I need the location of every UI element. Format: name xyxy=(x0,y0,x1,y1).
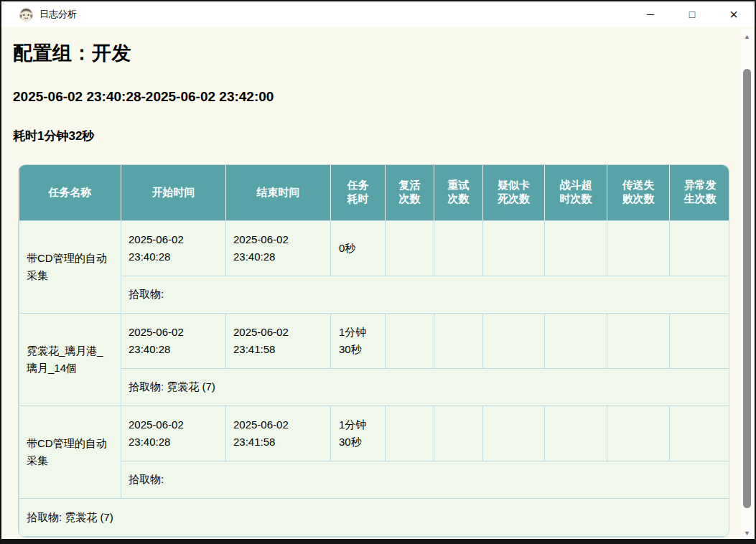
header-retry-count: 重试 次数 xyxy=(434,165,483,220)
pickup-cell: 拾取物: xyxy=(121,461,730,498)
table-row: 带CD管理的自动采集 2025-06-02 23:40:28 2025-06-0… xyxy=(19,405,730,461)
log-table: 任务名称 开始时间 结束时间 任务 耗时 复活 次数 重试 次数 疑似卡 死次数… xyxy=(19,165,729,537)
stuck-count-cell xyxy=(483,220,545,276)
header-duration: 任务 耗时 xyxy=(331,165,386,220)
end-time-cell: 2025-06-02 23:41:58 xyxy=(226,405,331,461)
table-row: 带CD管理的自动采集 2025-06-02 23:40:28 2025-06-0… xyxy=(19,220,730,276)
maximize-icon: □ xyxy=(689,9,695,20)
pickup-row: 拾取物: xyxy=(19,461,730,498)
app-window: 日志分析 ─ □ × 配置组：开发 2025-06-02 23:40:28-20… xyxy=(0,0,756,544)
close-icon: × xyxy=(729,6,738,23)
vertical-scrollbar[interactable]: ▲ ▼ xyxy=(741,29,753,539)
scroll-down-icon: ▼ xyxy=(744,530,750,537)
duration-cell: 1分钟30秒 xyxy=(331,313,386,368)
app-icon xyxy=(19,7,34,22)
stuck-count-cell xyxy=(483,313,545,368)
start-time-cell: 2025-06-02 23:40:28 xyxy=(121,220,226,276)
pickup-cell: 拾取物: 霓裳花 (7) xyxy=(121,368,730,405)
header-revive-count: 复活 次数 xyxy=(386,165,434,220)
stuck-count-cell xyxy=(483,405,545,461)
start-time-cell: 2025-06-02 23:40:28 xyxy=(121,313,226,368)
maximize-button[interactable]: □ xyxy=(671,1,713,27)
scroll-up-button[interactable]: ▲ xyxy=(741,30,753,42)
battle-timeout-cell xyxy=(545,313,607,368)
header-stuck-count: 疑似卡 死次数 xyxy=(483,165,545,220)
pickup-cell: 拾取物: xyxy=(121,276,730,313)
battle-timeout-cell xyxy=(545,220,607,276)
task-name-cell: 霓裳花_璃月港_璃月_14個 xyxy=(19,313,121,405)
task-name-cell: 带CD管理的自动采集 xyxy=(19,405,121,498)
main-content: 配置组：开发 2025-06-02 23:40:28-2025-06-02 23… xyxy=(3,29,741,539)
pickup-row: 拾取物: 霓裳花 (7) xyxy=(19,368,730,405)
scroll-down-button[interactable]: ▼ xyxy=(741,527,753,539)
header-start-time: 开始时间 xyxy=(121,165,226,220)
duration-cell: 1分钟30秒 xyxy=(331,405,386,461)
teleport-fail-cell xyxy=(607,313,670,368)
revive-count-cell xyxy=(386,220,434,276)
pickup-row: 拾取物: xyxy=(19,276,730,313)
log-table-container: 任务名称 开始时间 结束时间 任务 耗时 复活 次数 重试 次数 疑似卡 死次数… xyxy=(18,164,729,538)
header-exception-count: 异常发 生次数 xyxy=(670,165,730,220)
window-bottom-edge xyxy=(1,539,755,544)
table-header-row: 任务名称 开始时间 结束时间 任务 耗时 复活 次数 重试 次数 疑似卡 死次数… xyxy=(19,165,730,220)
close-button[interactable]: × xyxy=(713,1,755,27)
exception-count-cell xyxy=(670,313,730,368)
header-end-time: 结束时间 xyxy=(226,165,331,220)
table-row: 霓裳花_璃月港_璃月_14個 2025-06-02 23:40:28 2025-… xyxy=(19,313,730,368)
header-task-name: 任务名称 xyxy=(19,165,121,220)
start-time-cell: 2025-06-02 23:40:28 xyxy=(121,405,226,461)
time-range-heading: 2025-06-02 23:40:28-2025-06-02 23:42:00 xyxy=(13,89,741,105)
elapsed-heading: 耗时1分钟32秒 xyxy=(13,128,741,144)
duration-cell: 0秒 xyxy=(331,220,386,276)
header-battle-timeout-count: 战斗超 时次数 xyxy=(545,165,607,220)
minimize-button[interactable]: ─ xyxy=(630,1,671,27)
revive-count-cell xyxy=(386,313,434,368)
teleport-fail-cell xyxy=(607,220,670,276)
end-time-cell: 2025-06-02 23:41:58 xyxy=(226,313,331,368)
retry-count-cell xyxy=(434,405,483,461)
end-time-cell: 2025-06-02 23:40:28 xyxy=(226,220,331,276)
exception-count-cell xyxy=(670,405,730,461)
minimize-icon: ─ xyxy=(647,9,654,20)
content-area: 配置组：开发 2025-06-02 23:40:28-2025-06-02 23… xyxy=(3,29,753,539)
footer-pickup-row: 拾取物: 霓裳花 (7) xyxy=(19,498,730,536)
exception-count-cell xyxy=(670,220,730,276)
teleport-fail-cell xyxy=(607,405,670,461)
battle-timeout-cell xyxy=(545,405,607,461)
retry-count-cell xyxy=(434,220,483,276)
revive-count-cell xyxy=(386,405,434,461)
window-controls: ─ □ × xyxy=(630,1,755,27)
scroll-up-icon: ▲ xyxy=(744,33,750,40)
retry-count-cell xyxy=(434,313,483,368)
footer-pickup-cell: 拾取物: 霓裳花 (7) xyxy=(19,498,730,536)
page-title: 配置组：开发 xyxy=(13,40,741,66)
window-title: 日志分析 xyxy=(39,8,77,21)
task-name-cell: 带CD管理的自动采集 xyxy=(19,220,121,313)
titlebar[interactable]: 日志分析 ─ □ × xyxy=(1,1,755,27)
header-teleport-fail-count: 传送失 败次数 xyxy=(607,165,670,220)
scrollbar-thumb[interactable] xyxy=(743,69,751,508)
